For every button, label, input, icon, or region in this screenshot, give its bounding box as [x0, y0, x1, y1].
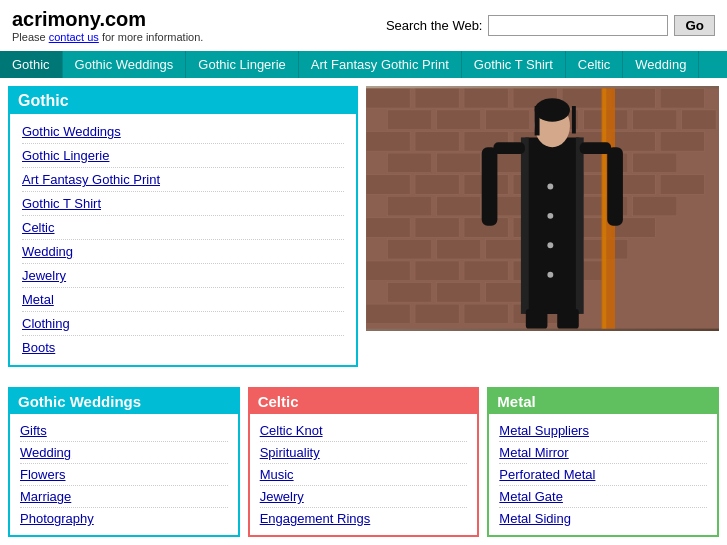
bottom-box-link[interactable]: Metal Siding [499, 508, 707, 529]
gothic-link[interactable]: Metal [22, 288, 344, 312]
svg-rect-42 [415, 218, 459, 238]
bottom-box-link[interactable]: Gifts [20, 420, 228, 442]
svg-rect-34 [660, 175, 704, 195]
bottom-box-celtic: CelticCeltic KnotSpiritualityMusicJewelr… [248, 387, 480, 537]
gothic-link[interactable]: Wedding [22, 240, 344, 264]
svg-rect-8 [388, 110, 432, 130]
gothic-link[interactable]: Art Fantasy Gothic Print [22, 168, 344, 192]
search-area: Search the Web: Go [386, 15, 715, 36]
bottom-box-metal: MetalMetal SuppliersMetal MirrorPerforat… [487, 387, 719, 537]
gothic-box: Gothic Gothic WeddingsGothic LingerieArt… [8, 86, 358, 367]
bottom-box-link[interactable]: Wedding [20, 442, 228, 464]
svg-rect-5 [562, 88, 606, 108]
go-button[interactable]: Go [674, 15, 715, 36]
gothic-link[interactable]: Celtic [22, 216, 344, 240]
search-input[interactable] [488, 15, 668, 36]
svg-rect-47 [388, 239, 432, 259]
svg-rect-52 [366, 261, 410, 281]
left-panel: Gothic Gothic WeddingsGothic LingerieArt… [8, 86, 358, 371]
svg-rect-82 [526, 309, 548, 329]
bottom-box-content: GiftsWeddingFlowersMarriagePhotography [10, 414, 238, 535]
bottom-box-link[interactable]: Photography [20, 508, 228, 529]
svg-rect-66 [602, 88, 606, 328]
svg-rect-1 [366, 88, 410, 108]
bottom-box-link[interactable]: Marriage [20, 486, 228, 508]
bottom-box-link[interactable]: Jewelry [260, 486, 468, 508]
nav-item-gothic-lingerie[interactable]: Gothic Lingerie [186, 51, 298, 78]
svg-rect-6 [611, 88, 655, 108]
gothic-link[interactable]: Clothing [22, 312, 344, 336]
svg-rect-10 [486, 110, 530, 130]
svg-point-69 [535, 98, 570, 122]
svg-rect-22 [388, 153, 432, 173]
svg-rect-70 [535, 106, 540, 135]
svg-rect-73 [576, 137, 584, 314]
gothic-link[interactable]: Gothic T Shirt [22, 192, 344, 216]
gothic-link[interactable]: Gothic Weddings [22, 120, 344, 144]
bottom-box-link[interactable]: Metal Gate [499, 486, 707, 508]
svg-rect-80 [482, 147, 498, 225]
svg-rect-71 [572, 106, 576, 133]
gothic-link[interactable]: Boots [22, 336, 344, 359]
bottom-box-link[interactable]: Engagement Rings [260, 508, 468, 529]
svg-rect-53 [415, 261, 459, 281]
gothic-links: Gothic WeddingsGothic LingerieArt Fantas… [10, 114, 356, 365]
site-title: acrimony.com [12, 8, 203, 31]
svg-rect-15 [366, 132, 410, 152]
svg-point-75 [547, 213, 553, 219]
svg-rect-21 [660, 132, 704, 152]
svg-rect-23 [437, 153, 481, 173]
hero-image [366, 86, 719, 331]
bottom-box-content: Celtic KnotSpiritualityMusicJewelryEngag… [250, 414, 478, 535]
gothic-box-title: Gothic [10, 88, 356, 114]
svg-rect-83 [557, 309, 579, 329]
svg-rect-29 [415, 175, 459, 195]
svg-rect-58 [437, 283, 481, 303]
nav-item-celtic[interactable]: Celtic [566, 51, 624, 78]
svg-rect-3 [464, 88, 508, 108]
bottom-box-link[interactable]: Celtic Knot [260, 420, 468, 442]
nav-item-art-fantasy-gothic-print[interactable]: Art Fantasy Gothic Print [299, 51, 462, 78]
svg-rect-79 [580, 142, 611, 154]
svg-rect-40 [633, 196, 677, 216]
svg-rect-7 [660, 88, 704, 108]
svg-rect-57 [388, 283, 432, 303]
svg-rect-35 [388, 196, 432, 216]
bottom-box-link[interactable]: Flowers [20, 464, 228, 486]
nav-item-gothic[interactable]: Gothic [0, 51, 63, 78]
page-header: acrimony.com Please contact us for more … [0, 0, 727, 51]
contact-link[interactable]: contact us [49, 31, 99, 43]
svg-point-77 [547, 272, 553, 278]
bottom-box-title: Metal [489, 389, 717, 414]
bottom-box-link[interactable]: Metal Mirror [499, 442, 707, 464]
bottom-box-title: Celtic [250, 389, 478, 414]
svg-rect-16 [415, 132, 459, 152]
svg-rect-48 [437, 239, 481, 259]
bottom-box-link[interactable]: Perforated Metal [499, 464, 707, 486]
svg-rect-2 [415, 88, 459, 108]
svg-rect-62 [415, 304, 459, 324]
gothic-link[interactable]: Jewelry [22, 264, 344, 288]
nav-item-gothic-weddings[interactable]: Gothic Weddings [63, 51, 187, 78]
svg-rect-14 [682, 110, 716, 130]
svg-point-74 [547, 183, 553, 189]
bottom-box-link[interactable]: Spirituality [260, 442, 468, 464]
bottom-box-link[interactable]: Metal Suppliers [499, 420, 707, 442]
header-branding: acrimony.com Please contact us for more … [12, 8, 203, 43]
header-subtitle: Please contact us for more information. [12, 31, 203, 43]
svg-rect-28 [366, 175, 410, 195]
svg-rect-27 [633, 153, 677, 173]
svg-rect-81 [607, 147, 623, 225]
nav-item-wedding[interactable]: Wedding [623, 51, 699, 78]
svg-rect-41 [366, 218, 410, 238]
svg-rect-63 [464, 304, 508, 324]
bottom-box-link[interactable]: Music [260, 464, 468, 486]
svg-rect-9 [437, 110, 481, 130]
hero-svg [366, 86, 719, 331]
bottom-box-content: Metal SuppliersMetal MirrorPerforated Me… [489, 414, 717, 535]
svg-rect-78 [493, 142, 524, 154]
nav-item-gothic-t-shirt[interactable]: Gothic T Shirt [462, 51, 566, 78]
svg-rect-13 [633, 110, 677, 130]
bottom-section: Gothic WeddingsGiftsWeddingFlowersMarria… [0, 379, 727, 545]
gothic-link[interactable]: Gothic Lingerie [22, 144, 344, 168]
